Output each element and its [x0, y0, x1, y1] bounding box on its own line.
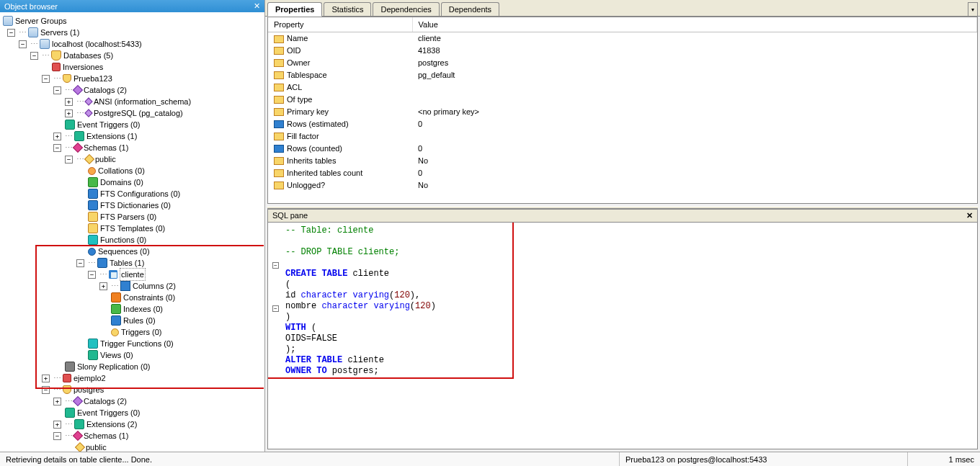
node-rules[interactable]: Rules (0) — [123, 315, 156, 326]
expand-icon[interactable]: + — [53, 133, 61, 140]
node-cliente[interactable]: cliente — [120, 268, 146, 281]
collapse-icon[interactable]: − — [53, 144, 61, 152]
col-property[interactable]: Property — [268, 17, 412, 32]
node-columns[interactable]: Columns (2) — [133, 280, 176, 292]
node-views[interactable]: Views (0) — [100, 349, 133, 361]
node-trigger-functions[interactable]: Trigger Functions (0) — [100, 338, 174, 349]
node-fts-templates[interactable]: FTS Templates (0) — [100, 223, 165, 234]
tab-properties[interactable]: Properties — [267, 2, 322, 17]
property-row[interactable]: ACL — [268, 81, 977, 94]
sql-pane[interactable]: − − -- Table: cliente -- DROP TABLE clie… — [267, 223, 978, 449]
node-databases[interactable]: Databases (5) — [63, 50, 113, 61]
node-servers[interactable]: Servers (1) — [40, 27, 79, 38]
property-row[interactable]: Inherited tables count0 — [268, 167, 977, 179]
tab-dependencies[interactable]: Dependencies — [373, 2, 439, 16]
property-row[interactable]: Tablespacepg_default — [268, 69, 977, 81]
object-browser-title: Object browser — [4, 2, 58, 11]
node-pg-public[interactable]: public — [86, 442, 107, 452]
schemas-icon — [73, 143, 83, 153]
collapse-icon[interactable]: − — [42, 386, 50, 394]
property-row[interactable]: Primary key<no primary key> — [268, 106, 977, 118]
expand-icon[interactable]: + — [42, 375, 50, 382]
node-tables[interactable]: Tables (1) — [110, 257, 144, 269]
property-row[interactable]: Of type — [268, 94, 977, 106]
close-icon[interactable]: ✕ — [254, 1, 260, 11]
property-row[interactable]: Unlogged?No — [268, 179, 977, 192]
tree-view[interactable]: Server Groups −⋯ Servers (1) −⋯ localhos… — [0, 12, 264, 452]
node-ejemplo2[interactable]: ejemplo2 — [74, 372, 106, 384]
tab-dependents[interactable]: Dependents — [441, 2, 499, 16]
property-row[interactable]: Inherits tablesNo — [268, 155, 977, 167]
expand-icon[interactable]: + — [99, 282, 107, 290]
node-schemas[interactable]: Schemas (1) — [84, 142, 128, 153]
collapse-icon[interactable]: − — [65, 156, 73, 163]
node-fts-config[interactable]: FTS Configurations (0) — [100, 188, 180, 200]
property-key: Inherited tables count — [287, 169, 362, 177]
node-pg-ext[interactable]: Extensions (2) — [86, 418, 137, 430]
property-row[interactable]: Fill factor — [268, 130, 977, 143]
fts-parsers-icon — [88, 212, 98, 222]
columns-icon — [120, 281, 130, 291]
node-postgres[interactable]: postgres — [74, 384, 104, 395]
node-inversiones[interactable]: Inversiones — [63, 61, 103, 73]
property-value: 0 — [412, 167, 977, 179]
fold-icon[interactable]: − — [272, 262, 279, 269]
col-value[interactable]: Value — [412, 17, 977, 32]
table-icon — [109, 270, 117, 279]
collapse-icon[interactable]: − — [7, 29, 15, 37]
node-collations[interactable]: Collations (0) — [98, 165, 145, 176]
property-row[interactable]: Ownerpostgres — [268, 57, 977, 69]
collapse-icon[interactable]: − — [19, 40, 27, 48]
close-icon[interactable]: ✕ — [966, 211, 973, 220]
extensions-icon — [74, 419, 84, 429]
collapse-icon[interactable]: − — [76, 259, 84, 267]
property-row[interactable]: Rows (counted)0 — [268, 143, 977, 155]
schemas-icon — [73, 431, 83, 441]
schema-icon — [75, 442, 85, 452]
tab-menu-icon[interactable]: ▾ — [968, 2, 978, 17]
collapse-icon[interactable]: − — [53, 432, 61, 440]
trigger-functions-icon — [88, 339, 98, 349]
database-icon — [52, 63, 61, 71]
property-key: Unlogged? — [287, 181, 325, 189]
node-constraints[interactable]: Constraints (0) — [123, 292, 175, 303]
collapse-icon[interactable]: − — [88, 271, 96, 279]
node-pg-evtrig[interactable]: Event Triggers (0) — [77, 407, 140, 418]
property-row[interactable]: Namecliente — [268, 32, 977, 45]
property-row[interactable]: OID41838 — [268, 45, 977, 57]
catalogs-icon — [73, 396, 83, 406]
node-domains[interactable]: Domains (0) — [100, 176, 143, 188]
node-triggers[interactable]: Triggers (0) — [121, 326, 161, 338]
expand-icon[interactable]: + — [65, 109, 73, 117]
tab-statistics[interactable]: Statistics — [324, 2, 371, 16]
node-catalogs[interactable]: Catalogs (2) — [84, 84, 127, 96]
node-indexes[interactable]: Indexes (0) — [123, 303, 163, 315]
fold-icon[interactable]: − — [272, 305, 279, 312]
collapse-icon[interactable]: − — [30, 52, 38, 60]
node-sequences[interactable]: Sequences (0) — [98, 246, 150, 257]
node-pg-catalog[interactable]: PostgreSQL (pg_catalog) — [94, 107, 183, 119]
node-fts-dict[interactable]: FTS Dictionaries (0) — [100, 200, 171, 211]
properties-grid[interactable]: Property Value NameclienteOID41838Ownerp… — [267, 17, 978, 204]
node-extensions[interactable]: Extensions (1) — [86, 130, 137, 142]
node-server-groups[interactable]: Server Groups — [15, 15, 67, 27]
expand-icon[interactable]: + — [65, 98, 73, 106]
node-pg-catalogs[interactable]: Catalogs (2) — [84, 395, 127, 407]
sql-type: character varying — [301, 290, 389, 300]
node-functions[interactable]: Functions (0) — [100, 234, 146, 246]
node-public[interactable]: public — [95, 153, 116, 165]
node-prueba[interactable]: Prueba123 — [74, 73, 112, 84]
node-host[interactable]: localhost (localhost:5433) — [52, 38, 142, 50]
node-slony[interactable]: Slony Replication (0) — [77, 361, 151, 372]
expand-icon[interactable]: + — [53, 398, 61, 405]
node-pg-schemas[interactable]: Schemas (1) — [84, 430, 128, 442]
collapse-icon[interactable]: − — [53, 86, 61, 94]
expand-icon[interactable]: + — [53, 421, 61, 429]
property-icon — [274, 157, 284, 165]
node-fts-parsers[interactable]: FTS Parsers (0) — [100, 211, 156, 223]
node-event-triggers[interactable]: Event Triggers (0) — [77, 119, 140, 130]
property-row[interactable]: Rows (estimated)0 — [268, 118, 977, 130]
property-value: 0 — [412, 143, 977, 155]
collapse-icon[interactable]: − — [42, 75, 50, 83]
node-ansi[interactable]: ANSI (information_schema) — [94, 96, 191, 107]
